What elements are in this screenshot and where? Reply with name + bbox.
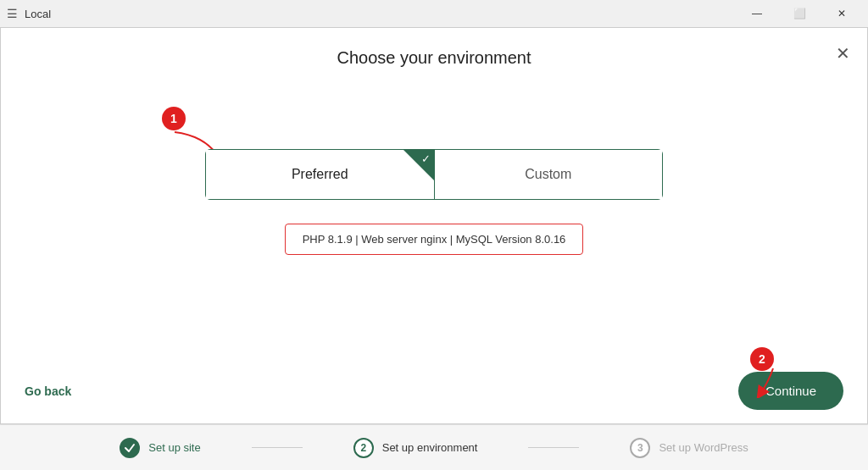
annotation-arrow-2 <box>743 364 786 398</box>
step-3-label: Set up WordPress <box>659 441 748 454</box>
environment-info-box: PHP 8.1.9 | Web server nginx | MySQL Ver… <box>285 224 584 255</box>
step-1: Set up site <box>120 438 200 458</box>
dialog-close-button[interactable]: ✕ <box>836 45 850 62</box>
check-mark-icon: ✓ <box>421 152 431 165</box>
step-1-circle <box>120 438 140 458</box>
titlebar-controls: — ⬜ ✕ <box>737 0 861 27</box>
titlebar: ☰ Local — ⬜ ✕ <box>0 0 868 27</box>
dialog-footer: Go back 2 Continue <box>1 363 867 423</box>
titlebar-left: ☰ Local <box>7 7 51 20</box>
step-2-label: Set up environment <box>382 441 478 454</box>
dialog-body: 1 Preferred ✓ Custom PHP 8.1.9 | Web <box>1 81 867 363</box>
custom-option-button[interactable]: Custom <box>435 150 663 199</box>
hamburger-icon[interactable]: ☰ <box>7 7 18 20</box>
preferred-option-button[interactable]: Preferred ✓ <box>206 150 435 199</box>
minimize-button[interactable]: — <box>737 0 776 27</box>
step-3-circle: 3 <box>630 438 650 458</box>
window-close-button[interactable]: ✕ <box>822 0 861 27</box>
step-2-circle: 2 <box>353 438 374 458</box>
step-separator-2 <box>528 447 579 448</box>
stepper-bar: Set up site 2 Set up environment 3 Set u… <box>0 424 868 470</box>
dialog-title: Choose your environment <box>337 48 531 68</box>
step-separator-1 <box>252 447 303 448</box>
maximize-button[interactable]: ⬜ <box>780 0 819 27</box>
step-3: 3 Set up WordPress <box>630 438 748 458</box>
app-title: Local <box>25 8 51 20</box>
go-back-button[interactable]: Go back <box>25 384 71 398</box>
step-1-label: Set up site <box>148 441 200 454</box>
annotation-bubble-1: 1 <box>162 107 186 130</box>
dialog-header: Choose your environment ✕ <box>1 28 867 81</box>
main-window: Choose your environment ✕ 1 Preferred ✓ <box>0 27 868 424</box>
environment-options: Preferred ✓ Custom <box>205 149 663 200</box>
step-1-check-icon <box>124 442 136 454</box>
step-2: 2 Set up environment <box>353 438 478 458</box>
